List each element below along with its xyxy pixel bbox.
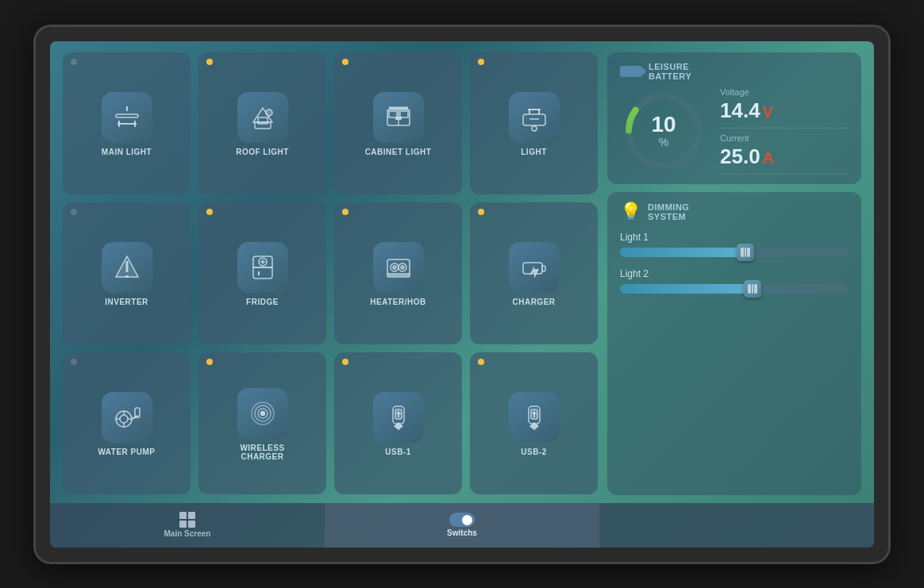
tile-icon-cabinet-light: [373, 92, 424, 143]
light1-slider-group: Light 1: [620, 232, 849, 257]
svg-marker-38: [529, 266, 539, 279]
svg-point-33: [393, 266, 396, 269]
battery-card: LEISURE BATTERY: [607, 52, 861, 184]
svg-point-7: [266, 110, 272, 116]
tile-label-main-light: MAIN LIGHT: [102, 148, 152, 156]
voltage-number: 14.4: [720, 98, 760, 123]
tile-label-heater-hob: HEATER/HOB: [370, 298, 425, 306]
tile-label-cabinet-light: CABINET LIGHT: [365, 148, 432, 156]
bottom-bar: Main Screen Switchs: [50, 503, 874, 548]
svg-rect-15: [523, 114, 545, 125]
tile-label-charger: CHARGER: [512, 298, 555, 306]
tile-icon-usb2: [509, 392, 560, 443]
status-dot-cabinet-light: [342, 59, 348, 65]
tile-icon-wireless-charger: [237, 388, 288, 439]
gauge-symbol: %: [651, 136, 676, 148]
status-dot-charger: [478, 209, 484, 215]
gauge-text: 10 %: [651, 113, 676, 148]
light1-label: Light 1: [620, 232, 849, 243]
voltage-label: Voltage: [720, 87, 849, 97]
status-dot-light: [478, 59, 484, 65]
tile-label-fridge: FRIDGE: [246, 298, 279, 306]
tile-icon-usb1: [373, 392, 424, 443]
svg-rect-10: [389, 111, 397, 117]
tile-label-usb1: USB-1: [385, 448, 411, 456]
voltage-value-row: 14.4 V: [720, 98, 849, 123]
current-value-row: 25.0 A: [720, 144, 849, 169]
tile-inverter[interactable]: INVERTER: [63, 202, 191, 344]
light2-thumb-lines: [748, 284, 757, 294]
light2-thumb[interactable]: [744, 280, 761, 298]
tab-main-screen[interactable]: Main Screen: [50, 503, 325, 548]
light2-label: Light 2: [620, 268, 849, 279]
tile-label-water-pump: WATER PUMP: [98, 448, 155, 456]
light2-track[interactable]: [620, 284, 849, 294]
tile-usb1[interactable]: USB-1: [334, 352, 462, 494]
svg-point-12: [395, 117, 398, 119]
tile-usb2[interactable]: USB-2: [470, 352, 598, 494]
tile-roof-light[interactable]: ROOF LIGHT: [198, 52, 326, 194]
battery-stats: Voltage 14.4 V Current 25.0 A: [720, 87, 849, 175]
toggle-icon: [449, 513, 475, 527]
gauge-percent: 10: [651, 113, 676, 136]
tile-icon-water-pump: [102, 392, 152, 443]
svg-point-20: [532, 126, 537, 131]
tile-main-light[interactable]: MAIN LIGHT: [63, 52, 191, 194]
screen: MAIN LIGHT ROOF LIGHT CABINET LI: [50, 41, 874, 548]
light1-track[interactable]: [620, 248, 849, 257]
voltage-stat: Voltage 14.4 V: [720, 87, 849, 129]
status-dot-wireless-charger: [206, 359, 213, 365]
light1-thumb[interactable]: [737, 244, 754, 261]
svg-point-34: [401, 266, 404, 269]
battery-body: 10 % Voltage 14.4 V: [620, 87, 849, 175]
tab-main-screen-label: Main Screen: [164, 529, 211, 538]
current-number: 25.0: [720, 144, 760, 169]
battery-header: LEISURE BATTERY: [620, 62, 849, 81]
status-dot-inverter: [71, 209, 77, 215]
tile-label-light: LIGHT: [521, 148, 547, 156]
voltage-unit: V: [763, 103, 773, 121]
tile-icon-charger: [509, 242, 560, 293]
status-dot-roof-light: [206, 59, 213, 65]
battery-icon: [620, 66, 642, 77]
svg-point-50: [260, 411, 264, 415]
tab-switchs[interactable]: Switchs: [325, 503, 599, 548]
tile-fridge[interactable]: FRIDGE: [198, 202, 326, 344]
tab-switchs-label: Switchs: [447, 528, 477, 537]
svg-point-13: [398, 117, 401, 119]
tile-label-inverter: INVERTER: [105, 298, 148, 306]
tile-label-usb2: USB-2: [521, 448, 547, 456]
tile-heater-hob[interactable]: HEATER/HOB: [334, 202, 462, 344]
light2-slider-group: Light 2: [620, 268, 849, 294]
tile-cabinet-light[interactable]: CABINET LIGHT: [334, 52, 462, 194]
device-frame: MAIN LIGHT ROOF LIGHT CABINET LI: [33, 25, 891, 564]
tile-light[interactable]: LIGHT: [470, 52, 598, 194]
tile-charger[interactable]: CHARGER: [470, 202, 598, 344]
status-dot-usb2: [478, 359, 484, 365]
tile-water-pump[interactable]: WATER PUMP: [63, 352, 191, 494]
right-panel: LEISURE BATTERY: [607, 52, 861, 495]
status-dot-heater-hob: [342, 209, 348, 215]
bulb-icon: 💡: [620, 202, 641, 222]
tile-label-wireless-charger: WIRELESS CHARGER: [240, 444, 284, 461]
device-grid: MAIN LIGHT ROOF LIGHT CABINET LI: [63, 52, 598, 495]
current-unit: A: [763, 149, 774, 167]
dimming-title: DIMMING SYSTEM: [648, 202, 689, 221]
status-dot-water-pump: [71, 359, 77, 365]
tile-icon-fridge: [237, 242, 288, 293]
svg-point-40: [120, 415, 128, 423]
dimming-card: 💡 DIMMING SYSTEM Light 1: [607, 192, 861, 495]
dimming-header: 💡 DIMMING SYSTEM: [620, 202, 849, 222]
status-dot-fridge: [206, 209, 213, 215]
tile-wireless-charger[interactable]: WIRELESS CHARGER: [198, 352, 326, 494]
svg-rect-0: [116, 114, 138, 117]
current-label: Current: [720, 133, 849, 143]
svg-rect-11: [400, 111, 408, 117]
light2-fill: [620, 284, 753, 294]
main-content: MAIN LIGHT ROOF LIGHT CABINET LI: [50, 41, 874, 503]
svg-rect-5: [255, 122, 271, 129]
status-dot-main-light: [71, 59, 77, 65]
tile-icon-heater-hob: [373, 242, 424, 293]
tab-3[interactable]: [599, 503, 874, 548]
tile-icon-light: [509, 92, 560, 143]
